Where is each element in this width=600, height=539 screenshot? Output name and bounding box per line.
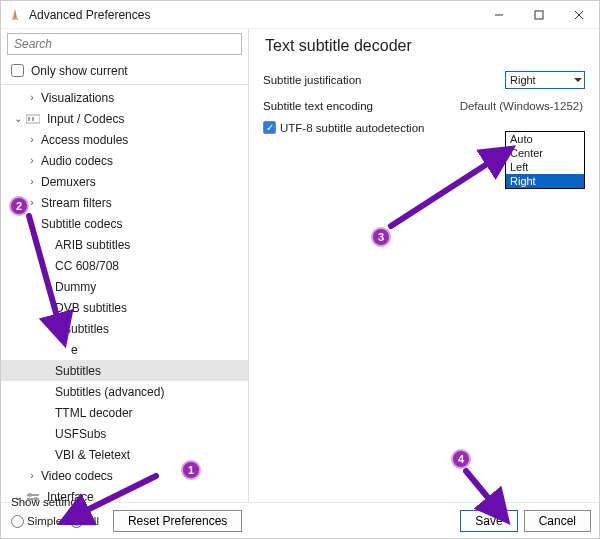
footer: Show settings Simple All Reset Preferenc… xyxy=(1,502,599,538)
tree-item-kate-trunc[interactable]: e xyxy=(1,339,248,360)
cancel-button[interactable]: Cancel xyxy=(524,510,591,532)
chevron-right-icon: › xyxy=(25,176,39,187)
tree-item-visualizations[interactable]: ›Visualizations xyxy=(1,87,248,108)
svg-rect-0 xyxy=(12,18,18,20)
tree-item-subtitles-advanced[interactable]: Subtitles (advanced) xyxy=(1,381,248,402)
tree-item-stream-filters[interactable]: ›Stream filters xyxy=(1,192,248,213)
save-button[interactable]: Save xyxy=(460,510,517,532)
chevron-right-icon: › xyxy=(25,92,39,103)
search-container xyxy=(7,33,242,55)
annotation-badge-2: 2 xyxy=(9,196,29,216)
encoding-value[interactable]: Default (Windows-1252) xyxy=(460,100,583,112)
dropdown-option-center[interactable]: Center xyxy=(506,146,584,160)
tree-item-usf[interactable]: USFSubs xyxy=(1,423,248,444)
dropdown-option-auto[interactable]: Auto xyxy=(506,132,584,146)
tree-item-subtitles[interactable]: Subtitles xyxy=(1,360,248,381)
chevron-right-icon: › xyxy=(25,470,39,481)
tree-item-audio-codecs[interactable]: ›Audio codecs xyxy=(1,150,248,171)
sidebar: Only show current ›Visualizations ⌄Input… xyxy=(1,29,249,502)
annotation-badge-4: 4 xyxy=(451,449,471,469)
dropdown-option-right[interactable]: Right xyxy=(506,174,584,188)
tree-item-subtitle-codecs[interactable]: ⌄Subtitle codecs xyxy=(1,213,248,234)
main-panel: Text subtitle decoder Subtitle justifica… xyxy=(249,29,599,502)
justification-value: Right xyxy=(510,74,536,86)
tree-item-input-codecs[interactable]: ⌄Input / Codecs xyxy=(1,108,248,129)
radio-simple[interactable]: Simple xyxy=(11,515,62,528)
svg-rect-6 xyxy=(28,117,30,121)
chevron-right-icon: › xyxy=(25,134,39,145)
tree-item-dvb[interactable]: DVB subtitles xyxy=(1,297,248,318)
tree-item-subtitles-trunc[interactable]: subtitles xyxy=(1,318,248,339)
show-settings-label: Show settings xyxy=(11,496,242,508)
page-title: Text subtitle decoder xyxy=(265,37,585,55)
tree-item-vbi[interactable]: VBI & Teletext xyxy=(1,444,248,465)
svg-rect-7 xyxy=(32,117,34,121)
chevron-down-icon xyxy=(574,74,582,88)
only-show-current-checkbox[interactable] xyxy=(11,64,24,77)
tree-item-video-codecs[interactable]: ›Video codecs xyxy=(1,465,248,486)
chevron-down-icon: ⌄ xyxy=(25,218,39,229)
dropdown-option-left[interactable]: Left xyxy=(506,160,584,174)
justification-label: Subtitle justification xyxy=(263,74,423,86)
tree-item-demuxers[interactable]: ›Demuxers xyxy=(1,171,248,192)
chevron-down-icon: ⌄ xyxy=(11,113,25,124)
codec-icon xyxy=(25,113,41,125)
tree-item-dummy[interactable]: Dummy xyxy=(1,276,248,297)
app-icon xyxy=(7,7,23,23)
reset-preferences-button[interactable]: Reset Preferences xyxy=(113,510,242,532)
maximize-button[interactable] xyxy=(519,1,559,29)
annotation-badge-1: 1 xyxy=(181,460,201,480)
tree-item-arib[interactable]: ARIB subtitles xyxy=(1,234,248,255)
titlebar: Advanced Preferences xyxy=(1,1,599,29)
tree[interactable]: ›Visualizations ⌄Input / Codecs ›Access … xyxy=(1,85,248,502)
annotation-badge-3: 3 xyxy=(371,227,391,247)
justification-dropdown[interactable]: Right xyxy=(505,71,585,89)
only-show-current-label: Only show current xyxy=(31,64,128,78)
window-title: Advanced Preferences xyxy=(29,8,150,22)
chevron-right-icon: › xyxy=(25,155,39,166)
radio-all[interactable]: All xyxy=(70,515,99,528)
minimize-button[interactable] xyxy=(479,1,519,29)
encoding-label: Subtitle text encoding xyxy=(263,100,423,112)
close-button[interactable] xyxy=(559,1,599,29)
search-input[interactable] xyxy=(7,33,242,55)
utf8-checkbox[interactable]: ✓ xyxy=(263,121,276,134)
justification-dropdown-list[interactable]: Auto Center Left Right xyxy=(505,131,585,189)
utf8-label: UTF-8 subtitle autodetection xyxy=(280,122,424,134)
tree-item-cc608[interactable]: CC 608/708 xyxy=(1,255,248,276)
tree-item-access-modules[interactable]: ›Access modules xyxy=(1,129,248,150)
tree-item-ttml[interactable]: TTML decoder xyxy=(1,402,248,423)
window-root: Advanced Preferences Only show current ›… xyxy=(0,0,600,539)
svg-rect-2 xyxy=(535,11,543,19)
